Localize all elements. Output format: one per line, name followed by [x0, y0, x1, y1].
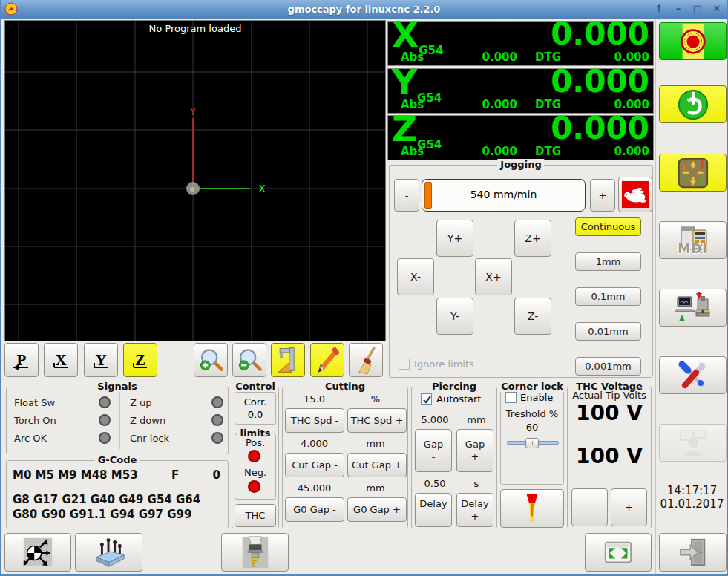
y-axis-label: Y — [189, 105, 197, 117]
cut-gap-plus-button[interactable]: Cut Gap + — [347, 453, 407, 477]
fullscreen-button[interactable] — [585, 533, 652, 572]
mdi-mode-button[interactable]: MDI — [659, 221, 727, 259]
draw-path-button[interactable] — [310, 343, 344, 377]
minus-sign: - — [432, 451, 436, 463]
corr-value: 0.0 — [235, 408, 275, 421]
machine-on-button[interactable] — [659, 85, 727, 123]
torch-button[interactable] — [500, 489, 564, 528]
user-icon — [675, 427, 711, 459]
cut-gap-minus-button[interactable]: Cut Gap - — [285, 453, 344, 477]
threshold-slider-handle[interactable] — [525, 438, 539, 448]
gcode-frame: G-Code M0 M5 M9 M48 M53 F 0 G8 G17 G21 G… — [6, 460, 229, 528]
exit-button[interactable] — [659, 533, 727, 572]
dro-axis-y[interactable]: YG54 0.000 Abs 0.000 DTG 0.000 — [387, 68, 654, 114]
jog-speed-slider[interactable]: 540 mm/min — [422, 179, 586, 212]
touch-plate-button[interactable] — [75, 533, 142, 572]
increment-0p1mm-button[interactable]: 0.1mm — [575, 287, 641, 306]
g0-gap-unit: mm — [346, 482, 405, 494]
pierce-delay-plus-button[interactable]: Delay+ — [456, 493, 493, 527]
jog-speed-plus-button[interactable]: + — [590, 179, 615, 212]
increment-0p01mm-button[interactable]: 0.01mm — [575, 322, 641, 341]
gap-label: Gap — [465, 438, 485, 451]
manual-mode-button[interactable] — [659, 154, 727, 192]
abs-value-x: 0.000 — [433, 50, 517, 64]
emergency-stop-icon — [676, 24, 710, 59]
pierce-delay-minus-button[interactable]: Delay- — [415, 493, 452, 527]
increment-1mm-button[interactable]: 1mm — [575, 252, 641, 271]
jog-z-minus-button[interactable]: Z- — [514, 298, 551, 335]
increment-continuous-button[interactable]: Continuous — [575, 217, 641, 236]
view-p-button[interactable]: P — [4, 343, 39, 377]
z-up-led — [211, 396, 223, 408]
gcode-preview[interactable]: Y X No Program loaded — [4, 20, 386, 341]
threshold-value: 60 — [501, 422, 563, 433]
g0-gap-minus-button[interactable]: G0 Gap - — [285, 497, 344, 522]
signal-label-arc-ok: Arc OK — [14, 433, 47, 444]
jog-y-plus-button[interactable]: Y+ — [436, 220, 473, 257]
tool-change-button[interactable] — [221, 533, 289, 572]
pierce-gap-plus-button[interactable]: Gap+ — [456, 429, 493, 472]
abs-label: Abs — [401, 145, 424, 158]
signal-label-z-down: Z down — [130, 415, 165, 426]
view-z-button[interactable]: Z — [123, 343, 157, 377]
svg-text:X: X — [55, 351, 66, 369]
jog-x-plus-button[interactable]: X+ — [475, 258, 512, 295]
pierce-gap-minus-button[interactable]: Gap- — [415, 429, 452, 472]
thc-voltage-plus-button[interactable]: + — [611, 488, 647, 526]
thc-voltage-minus-button[interactable]: - — [571, 488, 608, 526]
jogging-frame: Jogging - 540 mm/min + Y+ Z+ X- X+ Y- Z-… — [389, 165, 653, 378]
zoom-out-button[interactable] — [232, 343, 266, 377]
estop-button[interactable] — [659, 22, 727, 60]
zoom-in-button[interactable] — [194, 343, 228, 377]
float-sw-led — [99, 396, 111, 408]
tip-volts-value-2: 100 V — [568, 444, 651, 468]
fullscreen-icon — [601, 537, 635, 568]
thc-button[interactable]: THC — [235, 504, 276, 527]
ignore-limits-checkbox[interactable] — [399, 359, 410, 370]
tool-spindle-icon — [238, 535, 272, 569]
signals-title: Signals — [94, 381, 140, 392]
g0-gap-value: 45.000 — [283, 482, 346, 494]
active-mcodes: M0 M5 M9 M48 M53 — [13, 468, 138, 482]
thc-speed-minus-button[interactable]: THC Spd - — [285, 408, 344, 433]
limits-frame: limits Pos. Neg. — [235, 433, 276, 500]
jog-x-minus-button[interactable]: X- — [397, 258, 434, 295]
close-button[interactable]: ✕ — [710, 1, 724, 16]
corner-lock-enable-checkbox[interactable] — [505, 392, 517, 403]
rapid-jog-button[interactable] — [618, 177, 652, 212]
pierce-gap-unit: mm — [458, 414, 495, 425]
clear-plot-button[interactable] — [349, 343, 383, 377]
jog-y-minus-button[interactable]: Y- — [436, 298, 473, 335]
thc-speed-value: 15.0 — [283, 393, 346, 405]
jog-z-plus-button[interactable]: Z+ — [514, 220, 551, 257]
zoom-out-icon — [235, 345, 264, 375]
g0-gap-plus-button[interactable]: G0 Gap + — [347, 497, 407, 522]
view-y-button[interactable]: Y — [84, 343, 118, 377]
thc-speed-plus-button[interactable]: THC Spd + — [347, 408, 407, 433]
autostart-checkbox[interactable] — [421, 393, 432, 405]
tools-icon — [675, 359, 711, 392]
jog-speed-value: 540 mm/min — [422, 189, 585, 200]
exit-door-icon — [676, 537, 710, 568]
jog-speed-minus-button[interactable]: - — [394, 179, 419, 212]
dro-axis-z[interactable]: ZG54 0.000 Abs 0.000 DTG 0.000 — [387, 115, 654, 160]
touch-off-button[interactable] — [4, 533, 71, 572]
increment-0p001mm-button[interactable]: 0.001mm — [575, 357, 641, 376]
minimize-button[interactable]: – — [672, 1, 685, 16]
show-dimensions-button[interactable] — [271, 343, 305, 377]
broom-icon — [351, 345, 381, 375]
corner-lock-frame: Corner lock Enable Treshold % 60 — [500, 387, 564, 485]
caliper-icon — [273, 345, 303, 375]
mdi-label: MDI — [660, 241, 726, 256]
shade-button[interactable]: ↑ — [652, 1, 666, 16]
settings-button[interactable] — [659, 356, 727, 394]
threshold-slider[interactable] — [507, 441, 559, 445]
feed-value: 0 — [213, 468, 220, 482]
signal-label-cnr-lock: Cnr lock — [130, 433, 169, 444]
view-x-button[interactable]: X — [44, 343, 78, 377]
dro-axis-x[interactable]: XG54 0.000 Abs 0.000 DTG 0.000 — [387, 21, 654, 66]
maximize-button[interactable]: □ — [691, 1, 704, 16]
neg-label: Neg. — [235, 467, 275, 478]
z-down-led — [211, 414, 223, 426]
auto-mode-button[interactable] — [659, 289, 727, 327]
